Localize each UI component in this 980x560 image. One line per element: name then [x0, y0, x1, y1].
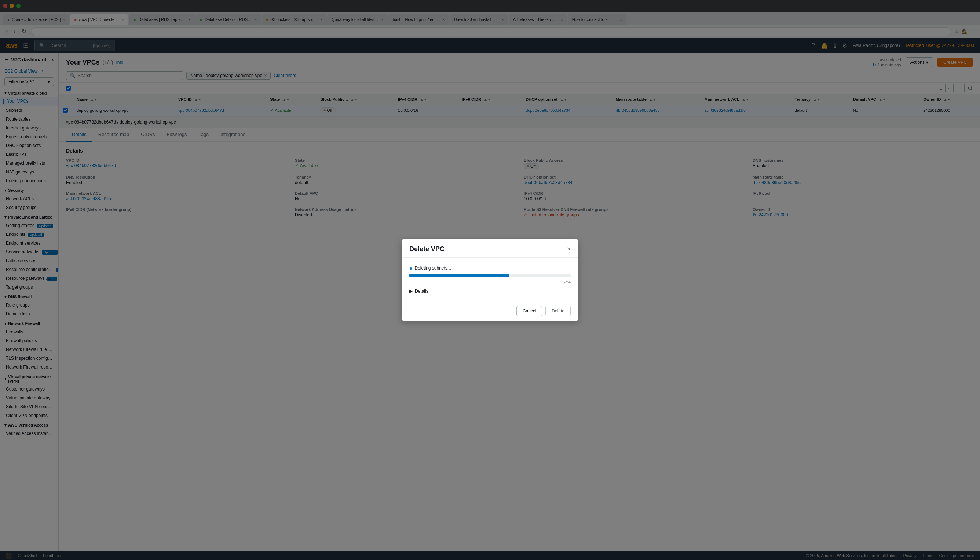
modal-body: ● Deleting subnets... 62% ▶ Details	[402, 258, 578, 301]
progress-bar-container	[409, 274, 571, 277]
modal-overlay: Delete VPC × ● Deleting subnets... 62% ▶…	[0, 0, 980, 560]
progress-text: Deleting subnets...	[415, 265, 451, 271]
delete-vpc-modal: Delete VPC × ● Deleting subnets... 62% ▶…	[402, 240, 578, 320]
details-toggle[interactable]: ▶ Details	[409, 288, 571, 294]
spinner-icon: ●	[409, 265, 412, 271]
modal-title: Delete VPC	[409, 245, 445, 253]
modal-footer: Cancel Delete	[402, 301, 578, 320]
modal-header: Delete VPC ×	[402, 240, 578, 258]
delete-button[interactable]: Delete	[545, 306, 571, 316]
cancel-button[interactable]: Cancel	[517, 306, 542, 316]
details-caret-icon: ▶	[409, 288, 413, 294]
progress-bar	[409, 274, 510, 277]
details-toggle-label: Details	[415, 288, 428, 294]
modal-close-button[interactable]: ×	[567, 245, 571, 253]
progress-label: ● Deleting subnets...	[409, 265, 571, 271]
progress-percent: 62%	[409, 280, 571, 284]
